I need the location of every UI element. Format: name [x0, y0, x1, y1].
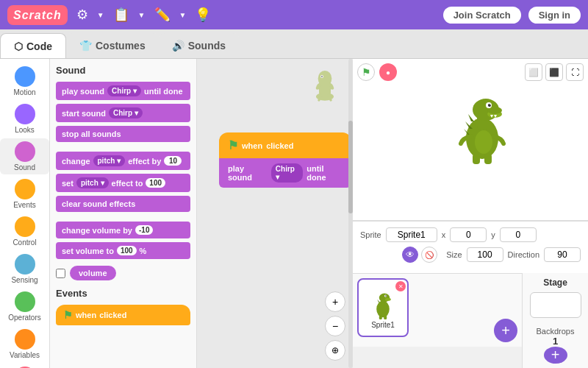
- sprite-info-panel: Sprite Sprite1 x 0 y 0 👁 🚫 Size 100 Dire…: [353, 221, 588, 273]
- settings-chevron: ▼: [97, 11, 104, 19]
- green-flag-small-icon: ⚑: [63, 309, 73, 321]
- green-flag-button[interactable]: ⚑: [357, 63, 375, 81]
- bottom-tray: ✕ Sprite1 +: [353, 273, 588, 368]
- tab-costumes[interactable]: 👕 Costumes: [66, 33, 159, 58]
- sidebar-item-myblocks[interactable]: My Blocks: [0, 364, 49, 368]
- svg-rect-29: [384, 315, 387, 319]
- script-zoom-controls: + − ⊕: [325, 291, 345, 361]
- sidebar-item-looks[interactable]: Looks: [0, 101, 49, 137]
- events-section: Events ⚑ when clicked: [56, 288, 190, 325]
- block-start-sound[interactable]: start sound Chirp ▾: [56, 104, 190, 122]
- tabbar: ⬡ Code 👕 Costumes 🔊 Sounds: [0, 29, 588, 59]
- tab-code[interactable]: ⬡ Code: [0, 33, 66, 58]
- add-sprite-button[interactable]: +: [494, 319, 517, 342]
- hide-sprite-button[interactable]: 🚫: [421, 247, 437, 263]
- svg-point-18: [475, 130, 492, 154]
- variables-dot: [15, 329, 35, 350]
- stage-col-title: Stage: [543, 277, 567, 288]
- block-volume-reporter[interactable]: volume: [70, 266, 116, 280]
- block-change-pitch[interactable]: change pitch ▾ effect by 10: [56, 152, 190, 170]
- large-stage-button[interactable]: ⬛: [545, 63, 563, 81]
- sidebar-item-variables[interactable]: Variables: [0, 326, 49, 362]
- sidebar-item-control[interactable]: Control: [0, 213, 49, 250]
- block-set-volume[interactable]: set volume to 100 %: [56, 242, 190, 259]
- small-stage-button[interactable]: ⬜: [525, 63, 542, 81]
- pencil-icon[interactable]: ✏️: [154, 7, 171, 23]
- zoom-out-button[interactable]: −: [325, 316, 345, 336]
- zoom-in-button[interactable]: +: [325, 291, 345, 312]
- sprite-size-field[interactable]: 100: [467, 247, 503, 262]
- svg-point-24: [385, 297, 391, 300]
- stage-view-buttons: ⬜ ⬛ ⛶: [525, 63, 584, 81]
- control-dot: [15, 216, 35, 237]
- svg-rect-28: [379, 315, 382, 319]
- lightbulb-icon[interactable]: 💡: [195, 7, 211, 23]
- sidebar-item-sound[interactable]: Sound: [0, 138, 49, 174]
- code-icon: ⬡: [14, 40, 23, 52]
- svg-marker-27: [377, 299, 379, 302]
- y-label: y: [491, 230, 495, 239]
- block-play-sound-until-done[interactable]: play sound Chirp ▾ until done: [56, 82, 190, 100]
- looks-dot: [15, 104, 35, 124]
- sprite-label: Sprite: [360, 230, 381, 239]
- block-stop-all-sounds[interactable]: stop all sounds: [56, 126, 190, 142]
- block-change-volume[interactable]: change volume by -10: [56, 222, 190, 238]
- sprite-y-field[interactable]: 0: [500, 227, 537, 242]
- svg-marker-13: [468, 114, 474, 121]
- block-clear-sound-effects[interactable]: clear sound effects: [56, 196, 190, 212]
- sprite-thumb-dino: [369, 287, 397, 319]
- block-when-flag-clicked[interactable]: ⚑ when clicked: [56, 305, 190, 325]
- sign-in-button[interactable]: Sign in: [528, 7, 581, 24]
- block-palette: Sound play sound Chirp ▾ until done star…: [50, 59, 197, 368]
- sounds-icon: 🔊: [172, 40, 184, 52]
- edit-icon[interactable]: 📋: [113, 7, 129, 23]
- svg-point-26: [385, 295, 387, 297]
- sprite-thumb-sprite1[interactable]: ✕ Sprite1: [357, 278, 409, 337]
- sidebar-item-operators[interactable]: Operators: [0, 289, 49, 325]
- sprite-x-field[interactable]: 0: [450, 227, 487, 242]
- sprite-direction-field[interactable]: 90: [544, 247, 581, 262]
- sprite-name-field[interactable]: Sprite1: [386, 227, 437, 242]
- dino-sprite: [449, 83, 515, 164]
- join-scratch-button[interactable]: Join Scratch: [443, 7, 521, 24]
- green-flag-icon: ⚑: [228, 138, 238, 152]
- script-when-flag-clicked[interactable]: ⚑ when clicked: [219, 132, 351, 158]
- sidebar-item-events[interactable]: Events: [0, 176, 49, 212]
- add-backdrop-button[interactable]: +: [544, 347, 567, 364]
- costumes-icon: 👕: [79, 40, 92, 52]
- stage-column: Stage Backdrops 1 +: [522, 273, 588, 368]
- operators-dot: [15, 291, 35, 312]
- svg-point-4: [321, 76, 323, 77]
- topbar: Scratch ⚙ ▼ 📋 ▼ ✏️ ▼ 💡 Join Scratch Sign…: [0, 0, 588, 29]
- show-sprite-button[interactable]: 👁: [402, 247, 418, 263]
- stop-button[interactable]: ●: [379, 63, 397, 81]
- script-group-1: ⚑ when clicked play sound Chirp ▾ until …: [219, 132, 351, 188]
- scratch-logo[interactable]: Scratch: [7, 5, 68, 25]
- events-section-title: Events: [56, 288, 190, 299]
- center-button[interactable]: ⊕: [325, 340, 345, 361]
- sprite-thumb-label: Sprite1: [371, 321, 395, 329]
- stage-area: ⚑ ● ⬜ ⬛ ⛶: [353, 59, 588, 221]
- volume-reporter-row: volume: [56, 266, 190, 280]
- sidebar-item-sensing[interactable]: Sensing: [0, 251, 49, 287]
- main: Motion Looks Sound Events Control Sensin…: [0, 59, 588, 368]
- scripts-area[interactable]: ⚑ when clicked play sound Chirp ▾ until …: [197, 59, 353, 368]
- backdrops-label: Backdrops: [537, 327, 575, 336]
- edit-chevron: ▼: [138, 11, 146, 19]
- stage-mini-thumb[interactable]: [530, 292, 581, 318]
- settings-icon[interactable]: ⚙: [76, 7, 88, 23]
- script-chirp-dropdown[interactable]: Chirp ▾: [271, 163, 303, 183]
- volume-checkbox[interactable]: [56, 269, 65, 278]
- svg-rect-16: [473, 154, 480, 164]
- sprite-delete-button[interactable]: ✕: [395, 281, 406, 291]
- palette-title: Sound: [56, 65, 190, 76]
- stage-top-controls: ⚑ ●: [357, 63, 397, 81]
- sidebar-item-motion[interactable]: Motion: [0, 63, 49, 99]
- tab-sounds[interactable]: 🔊 Sounds: [159, 33, 239, 58]
- script-play-sound[interactable]: play sound Chirp ▾ until done: [219, 158, 351, 188]
- events-dot: [15, 179, 35, 199]
- block-set-pitch[interactable]: set pitch ▾ effect to 100: [56, 174, 190, 192]
- x-label: x: [442, 230, 446, 239]
- fullscreen-button[interactable]: ⛶: [566, 63, 584, 81]
- category-sidebar: Motion Looks Sound Events Control Sensin…: [0, 59, 50, 368]
